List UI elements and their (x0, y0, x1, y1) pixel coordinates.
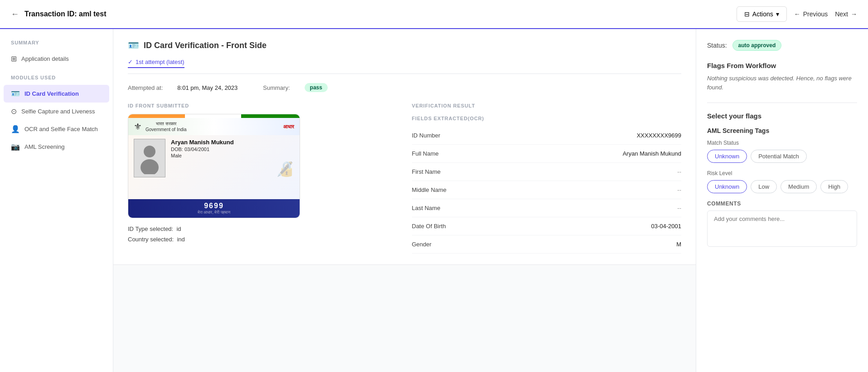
sidebar-item-ocr-selfie[interactable]: 👤 OCR and Selfie Face Match (0, 120, 113, 138)
summary-meta-label: Summary: (263, 84, 290, 91)
aml-section-title: AML Screening Tags (707, 127, 857, 134)
main-layout: SUMMARY ⊞ Application details MODULES US… (0, 29, 868, 372)
select-flags-title: Select your flags (707, 112, 857, 120)
aadhaar-details: Aryan Manish Mukund DOB: 03/04/2001 Male (171, 139, 271, 177)
next-button[interactable]: Next → (835, 10, 857, 18)
attempt-tab[interactable]: ✓ 1st attempt (latest) (128, 59, 184, 68)
field-name: Last Name (412, 205, 441, 211)
sidebar-item-selfie-capture[interactable]: ⊙ Selfie Capture and Liveness (0, 103, 113, 120)
aadhaar-emblem: ⚜ (134, 121, 142, 132)
previous-label: Previous (803, 10, 828, 18)
field-value: XXXXXXXX9699 (637, 132, 681, 139)
sidebar-item-selfie-label: Selfie Capture and Liveness (21, 108, 95, 115)
right-panel: Status: auto approved Flags From Workflo… (696, 29, 868, 372)
field-name: Gender (412, 241, 432, 248)
status-label: Status: (707, 42, 727, 49)
field-value: -- (677, 186, 681, 193)
aadhaar-dob: DOB: 03/04/2001 (171, 147, 271, 152)
topbar: ← Transaction ID: aml test ⊟ Actions ▾ ←… (0, 0, 868, 29)
match-status-potential-btn[interactable]: Potential Match (751, 150, 807, 163)
table-row: Full NameAryan Manish Mukund (412, 145, 682, 163)
topbar-right: ⊟ Actions ▾ ← Previous Next → (737, 6, 857, 22)
svg-point-1 (141, 159, 159, 174)
sidebar-item-aml-label: AML Screening (24, 143, 64, 150)
selfie-capture-icon: ⊙ (11, 107, 17, 116)
actions-button[interactable]: ⊟ Actions ▾ (737, 6, 787, 22)
field-value: 03-04-2001 (651, 223, 682, 230)
risk-low-btn[interactable]: Low (751, 180, 777, 193)
person-silhouette (138, 142, 161, 174)
two-column-layout: ID FRONT SUBMITTED ⚜ भारत सरकार Governme… (128, 103, 681, 254)
card-title: ID Card Verification - Front Side (144, 41, 267, 50)
modules-section-label: MODULES USED (0, 75, 113, 85)
field-name: ID Number (412, 132, 441, 139)
comments-textarea[interactable] (707, 210, 857, 247)
check-icon: ✓ (128, 59, 133, 65)
aadhaar-top-bar (128, 114, 300, 118)
application-details-icon: ⊞ (11, 54, 17, 63)
field-value: -- (677, 205, 681, 211)
id-front-label: ID FRONT SUBMITTED (128, 103, 398, 108)
comments-label: COMMENTS (707, 201, 857, 207)
aadhaar-gov-text: भारत सरकार Government of India (145, 121, 187, 132)
aadhaar-body: Aryan Manish Mukund DOB: 03/04/2001 Male… (128, 135, 300, 181)
verification-area: VERIFICATION RESULT FIELDS EXTRACTED(OCR… (412, 103, 682, 254)
risk-high-btn[interactable]: High (820, 180, 848, 193)
sidebar-item-ocr-label: OCR and Selfie Face Match (24, 126, 98, 132)
summary-section-label: SUMMARY (0, 40, 113, 50)
field-value: -- (677, 168, 681, 175)
country-label: Country selected: (128, 236, 174, 243)
sidebar-item-id-card-label: ID Card Verification (24, 90, 79, 97)
field-name: Date Of Birth (412, 223, 446, 230)
risk-unknown-btn[interactable]: Unknown (707, 180, 747, 193)
back-arrow-icon[interactable]: ← (11, 10, 19, 19)
card-header-icon: 🪪 (128, 40, 139, 51)
attempted-at-value: 8:01 pm, May 24, 2023 (177, 84, 238, 91)
table-row: First Name-- (412, 163, 682, 181)
aml-screening-icon: 📷 (11, 142, 20, 151)
meta-row: Attempted at: 8:01 pm, May 24, 2023 Summ… (128, 83, 681, 92)
country-value: ind (177, 236, 184, 243)
aadhaar-gov-english: Government of India (145, 127, 187, 132)
card-header: 🪪 ID Card Verification - Front Side (128, 40, 681, 51)
aadhaar-header: ⚜ भारत सरकार Government of India आधार (128, 118, 300, 135)
actions-label: Actions (752, 10, 773, 18)
aadhaar-photo (134, 139, 165, 177)
field-name: Middle Name (412, 186, 447, 193)
aadhaar-name: Aryan Manish Mukund (171, 139, 271, 146)
ocr-selfie-icon: 👤 (11, 125, 20, 133)
status-row: Status: auto approved (707, 40, 857, 51)
id-type-value: id (176, 225, 181, 232)
previous-button[interactable]: ← Previous (794, 10, 828, 18)
fields-container: ID NumberXXXXXXXX9699Full NameAryan Mani… (412, 127, 682, 254)
table-row: Last Name-- (412, 199, 682, 217)
attempt-label: 1st attempt (latest) (136, 59, 184, 65)
field-value: M (676, 241, 681, 248)
verification-result-label: VERIFICATION RESULT (412, 103, 682, 108)
aadhaar-bottom: 9699 मेरा आधार, मेरी पहचान (128, 199, 300, 218)
aadhaar-number: 9699 (134, 202, 294, 210)
sidebar-item-aml-screening[interactable]: 📷 AML Screening (0, 138, 113, 156)
actions-box-icon: ⊟ (744, 10, 750, 18)
risk-level-label: Risk Level (707, 170, 857, 176)
sidebar-item-application-details-label: Application details (21, 55, 69, 62)
previous-arrow-icon: ← (794, 10, 800, 18)
match-status-unknown-btn[interactable]: Unknown (707, 150, 747, 163)
field-name: Full Name (412, 150, 439, 157)
sidebar-item-id-card-verification[interactable]: 🪪 ID Card Verification (4, 85, 109, 103)
fingerprint-icon: 🔏 (276, 139, 294, 177)
next-label: Next (835, 10, 848, 18)
flags-desc: Nothing suspicious was detected. Hence, … (707, 74, 857, 92)
auto-approved-badge: auto approved (732, 40, 782, 51)
field-value: Aryan Manish Mukund (623, 150, 681, 157)
table-row: Middle Name-- (412, 181, 682, 199)
table-row: Date Of Birth03-04-2001 (412, 217, 682, 235)
country-row: Country selected: ind (128, 236, 398, 243)
next-arrow-icon: → (851, 10, 857, 18)
fields-extracted-label: FIELDS EXTRACTED(OCR) (412, 116, 682, 121)
risk-medium-btn[interactable]: Medium (781, 180, 817, 193)
sidebar-item-application-details[interactable]: ⊞ Application details (0, 50, 113, 68)
aadhaar-gender: Male (171, 153, 271, 158)
flags-section: Flags From Workflow Nothing suspicious w… (707, 62, 857, 92)
match-status-group: Unknown Potential Match (707, 150, 857, 163)
